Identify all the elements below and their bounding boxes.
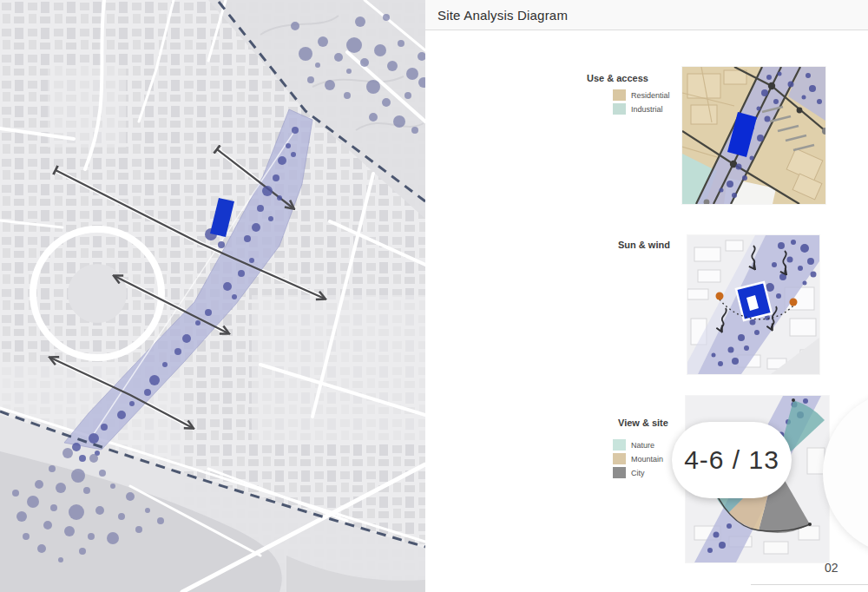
main-map-page [0, 0, 425, 592]
use-access-thumbnail [682, 67, 825, 204]
section-label-view-site: View & site [618, 418, 668, 428]
section-label-sun-wind: Sun & wind [618, 240, 670, 250]
page-title: Site Analysis Diagram [437, 8, 568, 23]
nature-swatch [613, 439, 626, 451]
legend-row: City [613, 467, 663, 478]
title-bar: Site Analysis Diagram [425, 0, 868, 30]
industrial-swatch [613, 103, 626, 115]
legend-row: Nature [613, 439, 663, 451]
city-swatch [613, 467, 626, 478]
main-site-map [0, 0, 425, 592]
sun-position-east [790, 299, 798, 306]
page-indicator-label: 4-6 / 13 [684, 445, 779, 475]
legend-row: Industrial [613, 103, 670, 115]
reader-viewport: Site Analysis Diagram Use & access Resid… [0, 0, 868, 592]
residential-swatch [613, 89, 626, 101]
sun-position-west [716, 293, 724, 300]
thumb-site-building [736, 282, 772, 320]
page-edge-line [751, 584, 868, 585]
mountain-swatch [613, 453, 626, 464]
view-site-legend: Nature Mountain City [613, 439, 663, 481]
page-number: 02 [825, 561, 838, 575]
use-access-legend: Residential Industrial [613, 89, 670, 117]
section-label-use-access: Use & access [587, 73, 648, 83]
sun-wind-thumbnail [687, 235, 819, 374]
page-indicator-pill: 4-6 / 13 [672, 422, 792, 498]
legend-row: Mountain [613, 453, 663, 464]
analysis-page: Site Analysis Diagram Use & access Resid… [425, 0, 868, 592]
legend-row: Residential [613, 89, 670, 101]
